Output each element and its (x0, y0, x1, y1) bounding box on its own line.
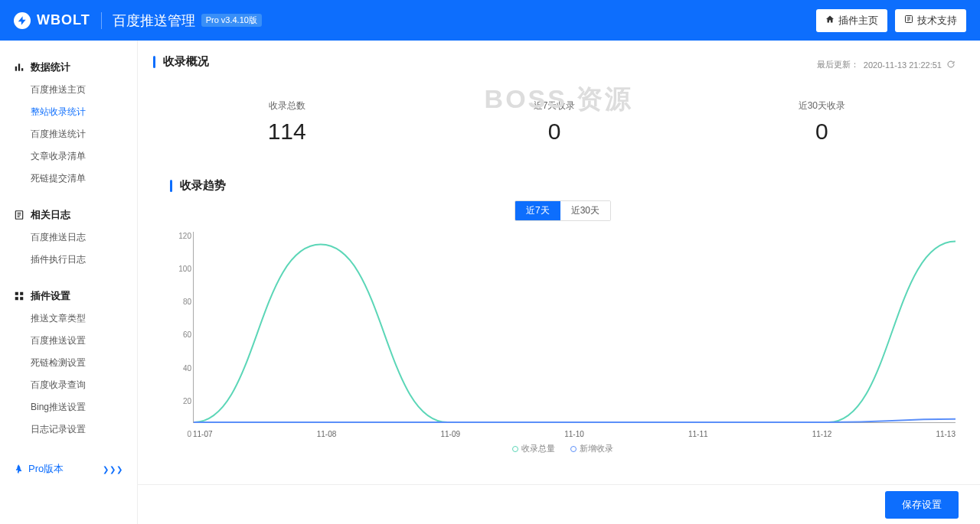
topbar: WBOLT 百度推送管理 Pro v3.4.10版 插件主页 技术支持 (0, 0, 980, 41)
chart-tab[interactable]: 近30天 (560, 201, 610, 220)
svg-rect-2 (18, 63, 20, 70)
svg-rect-1 (15, 67, 17, 71)
x-tick: 11-08 (317, 430, 337, 438)
footer-bar: 保存设置 (138, 484, 980, 524)
y-axis: 120100806040200 (170, 232, 191, 438)
stat-card: 近30天收录0 (688, 99, 956, 145)
x-tick: 11-10 (564, 430, 584, 438)
chart-legend: 收录总量新增收录 (170, 443, 956, 454)
support-label: 技术支持 (917, 14, 957, 28)
title-bar-icon (170, 180, 172, 192)
nav-heading-text: 数据统计 (31, 60, 70, 74)
svg-rect-5 (15, 292, 18, 295)
chart-plot (193, 232, 956, 423)
version-badge: Pro v3.4.10版 (201, 14, 262, 27)
stat-card: 收录总数114 (153, 99, 420, 145)
title-bar-icon (153, 56, 155, 68)
y-tick: 40 (170, 364, 191, 373)
x-tick: 11-09 (440, 430, 460, 438)
sidebar-item[interactable]: 日志记录设置 (0, 418, 137, 441)
rocket-icon (14, 464, 24, 474)
last-update-prefix: 最后更新： (817, 59, 859, 70)
stat-card: 近7天收录0 (420, 99, 688, 145)
trend-title: 收录趋势 (180, 178, 226, 193)
sidebar-item[interactable]: 文章收录清单 (0, 145, 137, 168)
nav-heading: 相关日志 (0, 203, 137, 226)
sidebar-item[interactable]: 百度推送日志 (0, 226, 137, 249)
stat-label: 收录总数 (153, 99, 420, 112)
nav-heading: 数据统计 (0, 56, 137, 79)
logo-block: WBOLT (14, 12, 90, 29)
pro-version-link[interactable]: Pro版本❯❯❯ (0, 454, 137, 483)
sidebar-item[interactable]: 死链检测设置 (0, 352, 137, 374)
logo-text: WBOLT (37, 12, 90, 28)
nav-heading-text: 插件设置 (31, 289, 70, 303)
plugin-home-label: 插件主页 (838, 14, 878, 28)
x-tick: 11-11 (688, 430, 708, 438)
chart-box: 120100806040200 11-0711-0811-0911-1011-1… (193, 232, 956, 438)
sidebar-item[interactable]: 百度推送统计 (0, 123, 137, 145)
home-icon (825, 15, 835, 26)
divider (101, 12, 102, 29)
y-tick: 120 (170, 232, 191, 240)
sidebar-item[interactable]: 百度收录查询 (0, 374, 137, 396)
overview-title-wrap: 收录概况 (153, 54, 209, 69)
chart-svg (194, 232, 956, 422)
chart-tabs: 近7天近30天 (514, 200, 611, 221)
y-tick: 100 (170, 265, 191, 273)
app-title: 百度推送管理 (113, 11, 195, 30)
y-tick: 60 (170, 330, 191, 339)
last-update-time: 2020-11-13 21:22:51 (864, 60, 942, 70)
last-update: 最后更新： 2020-11-13 21:22:51 (817, 59, 956, 70)
refresh-icon[interactable] (946, 60, 956, 70)
nav-heading: 插件设置 (0, 285, 137, 308)
stat-value: 114 (153, 119, 420, 145)
sidebar-item[interactable]: 整站收录统计 (0, 101, 137, 123)
x-tick: 11-13 (936, 430, 956, 438)
legend-item: 新增收录 (570, 444, 613, 453)
nav-heading-text: 相关日志 (31, 208, 70, 222)
trend-title-wrap: 收录趋势 (170, 178, 956, 193)
topbar-actions: 插件主页 技术支持 (816, 9, 966, 32)
main-content: BOSS 资源 收录概况 最后更新： 2020-11-13 21:22:51 收… (138, 41, 980, 524)
svg-rect-6 (20, 292, 23, 295)
stat-value: 0 (688, 119, 956, 145)
y-tick: 80 (170, 298, 191, 306)
stat-label: 近30天收录 (688, 99, 956, 112)
plugin-home-button[interactable]: 插件主页 (816, 9, 887, 32)
chevron-right-icon: ❯❯❯ (103, 465, 123, 474)
overview-header: 收录概况 最后更新： 2020-11-13 21:22:51 (153, 54, 956, 75)
settings-icon (14, 291, 24, 301)
support-icon (904, 15, 913, 26)
sidebar-item[interactable]: 百度推送主页 (0, 79, 137, 101)
pro-label: Pro版本 (28, 462, 64, 476)
chart-tab[interactable]: 近7天 (515, 201, 560, 220)
svg-rect-3 (21, 68, 23, 71)
support-button[interactable]: 技术支持 (895, 9, 966, 32)
legend-item: 收录总量 (512, 444, 555, 453)
sidebar-item[interactable]: 插件执行日志 (0, 249, 137, 271)
sidebar: 数据统计百度推送主页整站收录统计百度推送统计文章收录清单死链提交清单相关日志百度… (0, 41, 138, 524)
x-tick: 11-07 (193, 430, 213, 438)
chart-icon (14, 62, 24, 73)
stat-label: 近7天收录 (420, 99, 688, 112)
overview-title: 收录概况 (163, 54, 209, 69)
sidebar-item[interactable]: 百度推送设置 (0, 330, 137, 352)
save-button[interactable]: 保存设置 (885, 491, 959, 519)
y-tick: 20 (170, 397, 191, 405)
y-tick: 0 (170, 430, 191, 438)
log-icon (14, 210, 24, 220)
sidebar-item[interactable]: 推送文章类型 (0, 308, 137, 330)
logo-icon (14, 12, 31, 29)
stat-value: 0 (420, 119, 688, 145)
x-axis: 11-0711-0811-0911-1011-1111-1211-13 (193, 427, 956, 438)
svg-rect-8 (20, 297, 23, 300)
trend-section: 收录趋势 近7天近30天 120100806040200 11-0711-081… (153, 178, 956, 454)
svg-rect-7 (15, 297, 18, 300)
x-tick: 11-12 (812, 430, 832, 438)
sidebar-item[interactable]: Bing推送设置 (0, 396, 137, 418)
chart-line (194, 241, 956, 422)
sidebar-item[interactable]: 死链提交清单 (0, 168, 137, 190)
stats-row: 收录总数114近7天收录0近30天收录0 (153, 75, 956, 178)
